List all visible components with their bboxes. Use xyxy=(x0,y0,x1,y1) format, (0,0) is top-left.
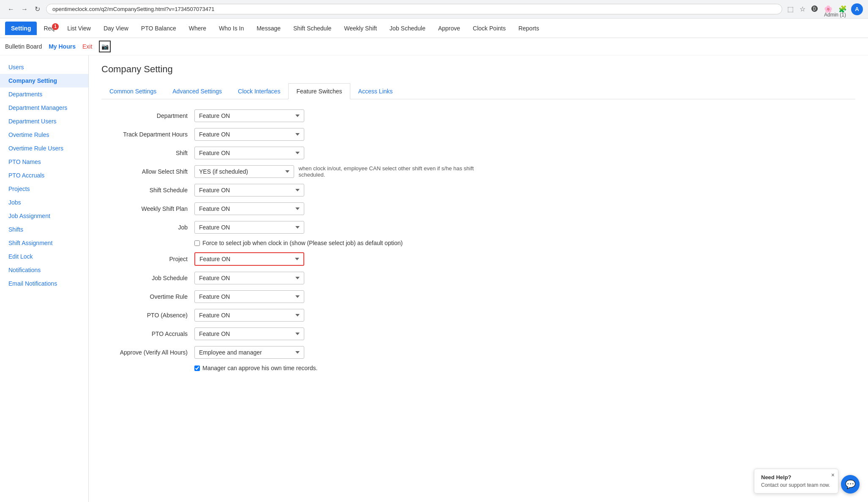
form-select-shift-schedule[interactable]: Feature ONFeature OFF xyxy=(194,184,304,196)
tabs: Common SettingsAdvanced SettingsClock In… xyxy=(101,83,855,99)
top-nav-item-list-view[interactable]: List View xyxy=(61,22,97,35)
form-select-allow-select-shift[interactable]: YES (if scheduled)YES (always)NO xyxy=(194,165,294,178)
form-select-pto-absence[interactable]: Feature ONFeature OFF xyxy=(194,309,304,322)
sidebar-item-job-assignment[interactable]: Job Assignment xyxy=(0,209,88,223)
second-nav-item-exit[interactable]: Exit xyxy=(82,43,92,50)
form-select-pto-accruals[interactable]: Feature ONFeature OFF xyxy=(194,327,304,340)
help-widget: × Need Help? Contact our support team no… xyxy=(754,469,838,494)
reload-button[interactable]: ↻ xyxy=(32,4,43,14)
form-row-pto-accruals: PTO AccrualsFeature ONFeature OFF xyxy=(101,327,482,340)
form-label-department: Department xyxy=(101,112,194,119)
page-title: Company Setting xyxy=(101,64,855,75)
form-label-job-schedule: Job Schedule xyxy=(101,275,194,281)
top-nav-item-clock-points[interactable]: Clock Points xyxy=(467,22,512,35)
main-layout: UsersCompany SettingDepartmentsDepartmen… xyxy=(0,55,868,502)
top-nav-item-setting[interactable]: Setting xyxy=(5,22,37,35)
form-row-allow-select-shift: Allow Select ShiftYES (if scheduled)YES … xyxy=(101,165,482,178)
top-nav-item-who-is-in[interactable]: Who Is In xyxy=(213,22,250,35)
form-row-project: ProjectFeature ONFeature OFF xyxy=(101,252,482,266)
form-select-project[interactable]: Feature ONFeature OFF xyxy=(194,252,304,266)
form-label-pto-accruals: PTO Accruals xyxy=(101,330,194,337)
tab-advanced-settings[interactable]: Advanced Settings xyxy=(164,83,230,99)
sidebar-item-shifts[interactable]: Shifts xyxy=(0,223,88,236)
second-nav-item-bulletin-board[interactable]: Bulletin Board xyxy=(5,43,42,50)
form-section: DepartmentFeature ONFeature OFFTrack Dep… xyxy=(101,109,482,371)
content-area: Company Setting Common SettingsAdvanced … xyxy=(89,55,868,502)
admin-label: Admin (1) xyxy=(824,12,846,18)
form-label-track-dept-hours: Track Department Hours xyxy=(101,131,194,138)
form-select-weekly-shift-plan[interactable]: Feature ONFeature OFF xyxy=(194,202,304,215)
top-nav-item-message[interactable]: Message xyxy=(251,22,287,35)
top-nav-item-pto-balance[interactable]: PTO Balance xyxy=(135,22,182,35)
form-label-shift-schedule: Shift Schedule xyxy=(101,187,194,194)
tab-clock-interfaces[interactable]: Clock Interfaces xyxy=(230,83,288,99)
form-select-approve[interactable]: Employee and managerManager onlyEmployee… xyxy=(194,346,304,359)
sidebar-item-shift-assignment[interactable]: Shift Assignment xyxy=(0,236,88,250)
forward-button[interactable]: → xyxy=(19,4,30,14)
top-nav-item-reports[interactable]: Reports xyxy=(513,22,545,35)
address-bar[interactable]: opentimeclock.com/q2/mCompanySetting.htm… xyxy=(46,4,782,14)
tab-access-links[interactable]: Access Links xyxy=(350,83,401,99)
sidebar-item-departments[interactable]: Departments xyxy=(0,87,88,101)
sidebar-item-edit-lock[interactable]: Edit Lock xyxy=(0,250,88,263)
extension-icon-1[interactable]: 🅓 xyxy=(810,4,820,15)
address-text: opentimeclock.com/q2/mCompanySetting.htm… xyxy=(52,6,214,12)
cast-icon[interactable]: ⬚ xyxy=(786,3,795,15)
sidebar-item-company-setting[interactable]: Company Setting xyxy=(0,74,88,87)
form-row-overtime-rule: Overtime RuleFeature ONFeature OFF xyxy=(101,290,482,303)
form-hint-allow-select-shift: when clock in/out, employee CAN select o… xyxy=(298,165,482,178)
top-nav-item-approve[interactable]: Approve xyxy=(432,22,466,35)
form-label-approve: Approve (Verify All Hours) xyxy=(101,349,194,356)
top-nav-item-weekly-shift[interactable]: Weekly Shift xyxy=(338,22,383,35)
tab-common-settings[interactable]: Common Settings xyxy=(101,83,164,99)
user-avatar[interactable]: A xyxy=(851,3,863,15)
job-checkbox[interactable] xyxy=(194,240,200,246)
sidebar-item-overtime-rules[interactable]: Overtime Rules xyxy=(0,128,88,142)
tab-feature-switches[interactable]: Feature Switches xyxy=(288,83,350,99)
form-row-department: DepartmentFeature ONFeature OFF xyxy=(101,109,482,122)
clock-icon[interactable]: 📷 xyxy=(99,41,111,52)
sidebar-item-notifications[interactable]: Notifications xyxy=(0,263,88,277)
form-row-pto-absence: PTO (Absence)Feature ONFeature OFF xyxy=(101,309,482,322)
sidebar-item-department-managers[interactable]: Department Managers xyxy=(0,101,88,115)
sidebar-item-overtime-rule-users[interactable]: Overtime Rule Users xyxy=(0,142,88,155)
sidebar-item-pto-names[interactable]: PTO Names xyxy=(0,155,88,169)
second-nav: Bulletin BoardMy HoursExit📷 xyxy=(0,38,868,55)
sidebar-item-jobs[interactable]: Jobs xyxy=(0,196,88,209)
badge-req: 1 xyxy=(52,23,59,30)
form-select-shift[interactable]: Feature ONFeature OFF xyxy=(194,147,304,159)
top-nav-item-shift-schedule[interactable]: Shift Schedule xyxy=(287,22,337,35)
top-nav-item-day-view[interactable]: Day View xyxy=(98,22,134,35)
sidebar-item-projects[interactable]: Projects xyxy=(0,182,88,196)
sidebar-item-department-users[interactable]: Department Users xyxy=(0,115,88,128)
form-select-track-dept-hours[interactable]: Feature ONFeature OFF xyxy=(194,128,304,141)
form-label-shift: Shift xyxy=(101,150,194,156)
form-label-weekly-shift-plan: Weekly Shift Plan xyxy=(101,205,194,212)
form-label-allow-select-shift: Allow Select Shift xyxy=(101,168,194,175)
chat-bubble-button[interactable]: 💬 xyxy=(841,475,860,494)
top-nav-item-req[interactable]: Req1 xyxy=(38,22,60,35)
star-icon[interactable]: ☆ xyxy=(798,3,807,15)
back-button[interactable]: ← xyxy=(5,4,17,14)
sidebar: UsersCompany SettingDepartmentsDepartmen… xyxy=(0,55,89,502)
sidebar-item-users[interactable]: Users xyxy=(0,60,88,74)
help-widget-subtitle: Contact our support team now. xyxy=(761,482,831,488)
form-row-job: JobFeature ONFeature OFF xyxy=(101,221,482,234)
form-label-overtime-rule: Overtime Rule xyxy=(101,293,194,300)
second-nav-item-my-hours[interactable]: My Hours xyxy=(49,43,76,50)
form-row-weekly-shift-plan: Weekly Shift PlanFeature ONFeature OFF xyxy=(101,202,482,215)
top-nav-item-where[interactable]: Where xyxy=(183,22,212,35)
browser-nav-buttons: ← → ↻ xyxy=(5,4,43,14)
form-select-job-schedule[interactable]: Feature ONFeature OFF xyxy=(194,272,304,284)
help-close-button[interactable]: × xyxy=(831,472,835,478)
form-select-department[interactable]: Feature ONFeature OFF xyxy=(194,109,304,122)
sidebar-item-email-notifications[interactable]: Email Notifications xyxy=(0,277,88,290)
form-select-job[interactable]: Feature ONFeature OFF xyxy=(194,221,304,234)
form-select-overtime-rule[interactable]: Feature ONFeature OFF xyxy=(194,290,304,303)
form-row-job-schedule: Job ScheduleFeature ONFeature OFF xyxy=(101,272,482,284)
form-row-track-dept-hours: Track Department HoursFeature ONFeature … xyxy=(101,128,482,141)
manager-checkbox[interactable] xyxy=(194,366,200,371)
form-label-pto-absence: PTO (Absence) xyxy=(101,312,194,319)
top-nav-item-job-schedule[interactable]: Job Schedule xyxy=(384,22,431,35)
sidebar-item-pto-accruals[interactable]: PTO Accruals xyxy=(0,169,88,182)
